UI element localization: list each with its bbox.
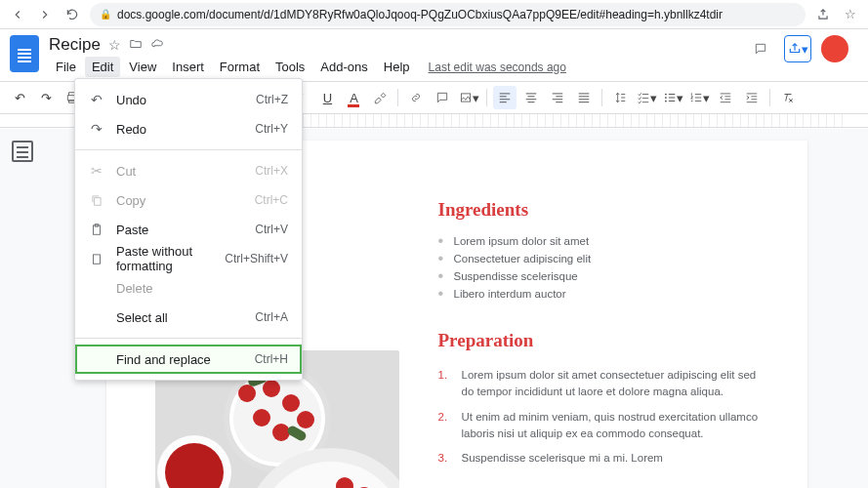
redo-button[interactable]: ↷: [34, 86, 58, 109]
list-item[interactable]: 2.Ut enim ad minim veniam, quis nostrud …: [438, 405, 759, 447]
indent-decrease-button[interactable]: [714, 86, 737, 109]
url-text: docs.google.com/document/d/1dMDY8RyRfw0a…: [117, 8, 723, 21]
edit-menu-dropdown: ↶ Undo Ctrl+Z ↷ Redo Ctrl+Y ✂ Cut Ctrl+X…: [74, 78, 303, 381]
svg-point-1: [665, 94, 667, 96]
ingredients-list[interactable]: Lorem ipsum dolor sit amet Consectetuer …: [438, 232, 759, 303]
account-avatar[interactable]: [821, 35, 848, 62]
menu-edit[interactable]: Edit: [85, 57, 120, 77]
redo-icon: ↷: [89, 121, 104, 137]
back-button[interactable]: [8, 5, 27, 24]
address-bar[interactable]: 🔒 docs.google.com/document/d/1dMDY8RyRfw…: [90, 3, 806, 26]
left-sidebar: [0, 129, 45, 488]
underline-button[interactable]: U: [315, 86, 339, 109]
svg-point-2: [665, 97, 667, 99]
menu-redo[interactable]: ↷ Redo Ctrl+Y: [75, 114, 302, 143]
list-item[interactable]: 3.Suspendisse scelerisque mi a mi. Lorem: [438, 446, 759, 470]
menu-undo[interactable]: ↶ Undo Ctrl+Z: [75, 85, 302, 114]
comments-button[interactable]: [747, 35, 774, 62]
paste-plain-icon: [89, 252, 104, 265]
numbered-list-button[interactable]: ▾: [687, 86, 711, 109]
forward-button[interactable]: [35, 5, 55, 24]
align-center-button[interactable]: [519, 86, 543, 109]
menu-copy[interactable]: Copy Ctrl+C: [75, 185, 302, 215]
menu-select-all[interactable]: Select all Ctrl+A: [75, 303, 302, 332]
undo-icon: ↶: [89, 92, 104, 107]
highlight-button[interactable]: [368, 86, 392, 109]
menu-find-replace[interactable]: Find and replace Ctrl+H: [75, 345, 302, 374]
align-justify-button[interactable]: [572, 86, 596, 109]
menu-bar: File Edit View Insert Format Tools Add-o…: [49, 57, 747, 77]
move-icon[interactable]: [129, 37, 143, 54]
list-item[interactable]: Libero interdum auctor: [438, 285, 759, 303]
svg-point-3: [665, 101, 667, 102]
indent-increase-button[interactable]: [740, 86, 764, 109]
share-tab-icon[interactable]: [813, 5, 833, 24]
bulleted-list-button[interactable]: ▾: [661, 86, 684, 109]
docs-header: Recipe ☆ File Edit View Insert Format To…: [0, 29, 868, 77]
outline-toggle-icon[interactable]: [12, 141, 33, 162]
menu-insert[interactable]: Insert: [165, 57, 211, 77]
menu-tools[interactable]: Tools: [269, 57, 311, 77]
list-item[interactable]: Consectetuer adipiscing elit: [438, 250, 759, 267]
menu-cut[interactable]: ✂ Cut Ctrl+X: [75, 156, 302, 185]
menu-file[interactable]: File: [49, 57, 83, 77]
comment-button[interactable]: [431, 86, 454, 109]
text-color-button[interactable]: A: [342, 86, 365, 109]
link-button[interactable]: [404, 86, 428, 109]
star-icon[interactable]: ☆: [108, 37, 121, 53]
list-item[interactable]: Suspendisse scelerisque: [438, 267, 759, 285]
star-bookmark-icon[interactable]: ☆: [841, 5, 860, 24]
svg-rect-4: [95, 198, 101, 206]
menu-help[interactable]: Help: [377, 57, 417, 77]
document-title[interactable]: Recipe: [49, 35, 101, 55]
svg-rect-7: [94, 255, 101, 264]
copy-icon: [89, 193, 104, 207]
menu-paste-without-formatting[interactable]: Paste without formatting Ctrl+Shift+V: [75, 244, 302, 273]
cut-icon: ✂: [89, 163, 104, 179]
list-item[interactable]: Lorem ipsum dolor sit amet: [438, 232, 759, 250]
line-spacing-button[interactable]: [608, 86, 632, 109]
checklist-button[interactable]: ▾: [635, 86, 658, 109]
reload-button[interactable]: [62, 5, 82, 24]
docs-logo-icon[interactable]: [10, 35, 39, 72]
list-item[interactable]: 1.Lorem ipsum dolor sit amet consectetue…: [438, 363, 759, 405]
paste-icon: [89, 223, 104, 236]
browser-bar: 🔒 docs.google.com/document/d/1dMDY8RyRfw…: [0, 0, 868, 29]
share-button[interactable]: ▾: [784, 35, 811, 62]
menu-delete[interactable]: Delete: [75, 273, 302, 303]
cloud-icon[interactable]: [150, 37, 164, 54]
clear-formatting-button[interactable]: [776, 86, 800, 109]
menu-view[interactable]: View: [122, 57, 163, 77]
image-button[interactable]: ▾: [457, 86, 480, 109]
undo-button[interactable]: ↶: [8, 86, 31, 109]
lock-icon: 🔒: [100, 9, 111, 20]
last-edit-link[interactable]: Last edit was seconds ago: [429, 61, 566, 74]
menu-format[interactable]: Format: [213, 57, 267, 77]
ingredients-heading[interactable]: Ingredients: [438, 199, 759, 221]
menu-paste[interactable]: Paste Ctrl+V: [75, 215, 302, 244]
menu-addons[interactable]: Add-ons: [313, 57, 374, 77]
align-right-button[interactable]: [546, 86, 569, 109]
preparation-heading[interactable]: Preparation: [438, 330, 759, 351]
align-left-button[interactable]: [493, 86, 517, 109]
